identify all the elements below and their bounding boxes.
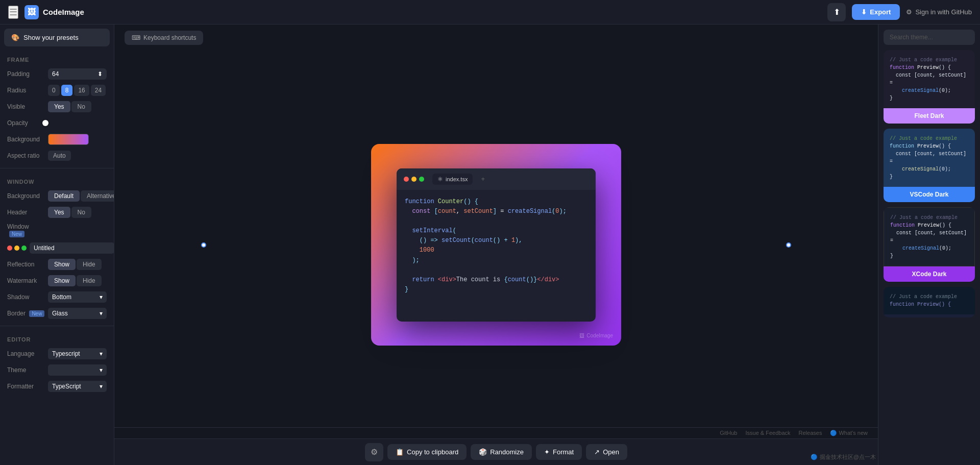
divider-1: [0, 168, 114, 168]
editor-section-title: Editor: [0, 330, 114, 346]
shadow-label: Shadow: [7, 293, 48, 301]
visible-yes-button[interactable]: Yes: [48, 101, 70, 112]
radius-value: 0 8 16 24: [48, 85, 107, 96]
theme-card-vscode-dark[interactable]: // Just a code example function Preview(…: [884, 129, 975, 202]
padding-label: Padding: [7, 70, 48, 78]
radius-24-button[interactable]: 24: [91, 85, 106, 96]
window-name-input[interactable]: [30, 242, 114, 254]
app-name: CodeImage: [43, 8, 84, 16]
resize-handle-left[interactable]: [201, 242, 206, 248]
theme-xcode-label: XCode Dark: [884, 266, 975, 282]
code-line-3: setInterval(: [405, 226, 587, 236]
bg-default-button[interactable]: Default: [48, 190, 80, 202]
right-panel: // Just a code example function Preview(…: [878, 25, 980, 465]
show-presets-button[interactable]: 🎨 Show your presets: [4, 29, 110, 46]
theme-value: ▾: [48, 364, 107, 376]
traffic-yellow: [14, 246, 19, 251]
code-line-8: }: [405, 285, 587, 295]
formatter-label: Formatter: [7, 383, 48, 390]
radius-0-button[interactable]: 0: [48, 85, 60, 96]
background-label: Background: [7, 136, 48, 143]
format-button[interactable]: ✦ Format: [536, 444, 582, 460]
border-select[interactable]: Glass ▾: [48, 308, 107, 319]
theme-search-input[interactable]: [884, 30, 975, 45]
settings-button[interactable]: ⚙: [365, 443, 383, 461]
code-dot-green: [419, 177, 424, 182]
theme-label: Theme: [7, 366, 48, 374]
reflection-row: Reflection Show Hide: [0, 256, 114, 273]
theme-card-4[interactable]: // Just a code example function Preview(…: [884, 287, 975, 317]
copy-icon: 📋: [396, 448, 404, 456]
formatter-value: TypeScript ▾: [48, 381, 107, 392]
language-select[interactable]: Typescript ▾: [48, 348, 107, 359]
header-no-button[interactable]: No: [71, 207, 91, 218]
feedback-link[interactable]: Issue & Feedback: [746, 430, 791, 436]
window-bg-toggle: Default Alternative: [48, 190, 114, 202]
footer: GitHub Issue & Feedback Releases 🔵 What'…: [114, 427, 878, 438]
site-watermark: 🔵 掘金技术社区@点一木: [811, 453, 876, 461]
background-row: Background: [0, 131, 114, 148]
reflection-hide-button[interactable]: Hide: [77, 259, 102, 270]
padding-value: 64 ⬍: [48, 68, 107, 80]
divider-2: [0, 326, 114, 326]
visible-row: Visible Yes No: [0, 99, 114, 115]
code-dot-yellow: [411, 177, 416, 182]
logo-icon: 🖼: [24, 5, 39, 19]
code-tab[interactable]: ⚛ index.tsx: [432, 174, 473, 185]
theme-card-fleet-dark[interactable]: // Just a code example function Preview(…: [884, 50, 975, 124]
shadow-value: Bottom ▾: [48, 291, 107, 303]
reflection-show-button[interactable]: Show: [48, 259, 76, 270]
canvas-toolbar: ⌨ Keyboard shortcuts: [114, 25, 878, 51]
border-value: Glass ▾: [48, 308, 107, 319]
window-background-label: Background: [7, 192, 48, 200]
language-label: Language: [7, 350, 48, 357]
window-background-row: Background Default Alternative: [0, 188, 114, 204]
background-color-swatch[interactable]: [48, 134, 89, 145]
radius-16-button[interactable]: 16: [74, 85, 89, 96]
keyboard-shortcuts-button[interactable]: ⌨ Keyboard shortcuts: [125, 31, 203, 45]
export-button[interactable]: ⬇ Export: [852, 4, 900, 20]
theme-xcode-preview: // Just a code example function Preview(…: [884, 207, 975, 266]
canvas-area: ⌨ Keyboard shortcuts ⚛: [114, 25, 878, 465]
theme-row: Theme ▾: [0, 362, 114, 378]
randomize-button[interactable]: 🎲 Randomize: [471, 444, 532, 460]
shadow-select[interactable]: Bottom ▾: [48, 291, 107, 303]
share-button[interactable]: ⬆: [827, 3, 846, 21]
padding-input[interactable]: 64 ⬍: [48, 68, 107, 80]
menu-button[interactable]: ☰: [8, 6, 18, 19]
watermark-show-button[interactable]: Show: [48, 275, 76, 286]
add-tab-button[interactable]: +: [481, 175, 485, 183]
formatter-select[interactable]: TypeScript ▾: [48, 381, 107, 392]
tsx-icon: ⚛: [437, 176, 443, 183]
radius-8-button[interactable]: 8: [61, 85, 73, 96]
releases-link[interactable]: Releases: [799, 430, 822, 436]
whats-new-link[interactable]: 🔵 What's new: [830, 430, 868, 436]
theme-vscode-label: VSCode Dark: [884, 187, 975, 202]
theme-card-xcode-dark[interactable]: // Just a code example function Preview(…: [884, 207, 975, 282]
aspect-ratio-auto[interactable]: Auto: [48, 151, 71, 161]
app-logo: 🖼 CodeImage: [24, 5, 84, 19]
watermark-hide-button[interactable]: Hide: [77, 275, 102, 286]
radius-label: Radius: [7, 87, 48, 94]
copy-to-clipboard-button[interactable]: 📋 Copy to clipboard: [387, 444, 467, 460]
code-window-header: ⚛ index.tsx +: [397, 168, 596, 190]
bg-alt-button[interactable]: Alternative: [81, 190, 114, 202]
open-button[interactable]: ↗ Open: [586, 444, 627, 460]
header-yes-button[interactable]: Yes: [48, 207, 70, 218]
window-title-row: ✕: [0, 240, 114, 256]
opacity-row: Opacity: [0, 115, 114, 131]
theme-fleet-label: Fleet Dark: [884, 108, 975, 124]
theme-select[interactable]: ▾: [48, 364, 107, 376]
signin-button[interactable]: ⚙ Sign in with GitHub: [906, 8, 972, 16]
code-line-1: function Counter() {: [405, 197, 587, 207]
code-body: function Counter() { const [count, setCo…: [397, 190, 596, 302]
radius-buttons: 0 8 16 24: [48, 85, 106, 96]
visible-label: Visible: [7, 103, 48, 110]
visible-no-button[interactable]: No: [71, 101, 91, 112]
github-link[interactable]: GitHub: [720, 430, 737, 436]
theme-search: [878, 25, 980, 45]
window-name-row: Window New: [0, 221, 114, 240]
resize-handle-right[interactable]: [786, 242, 791, 248]
theme-fleet-preview: // Just a code example function Preview(…: [884, 50, 975, 108]
opacity-label: Opacity: [7, 119, 48, 127]
